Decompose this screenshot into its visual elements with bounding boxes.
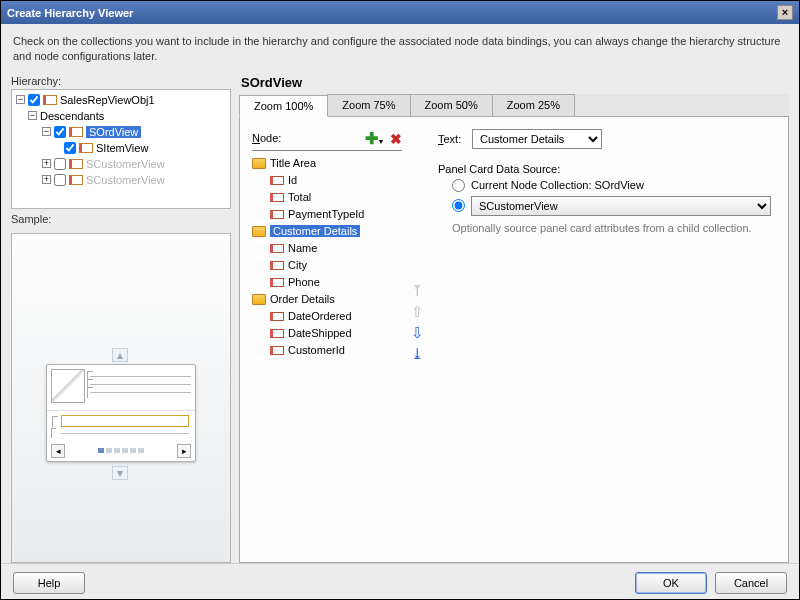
field[interactable]: Total <box>288 191 311 203</box>
field[interactable]: DateShipped <box>288 327 352 339</box>
tree-item-disabled: SCustomerView <box>86 158 165 170</box>
zoom-tabs: Zoom 100% Zoom 75% Zoom 50% Zoom 25% <box>239 94 789 117</box>
dropdown-icon[interactable]: ▾ <box>379 137 383 146</box>
tab-zoom-50[interactable]: Zoom 50% <box>410 94 493 116</box>
collapse-icon[interactable]: − <box>16 95 25 104</box>
check-scust[interactable] <box>54 158 66 170</box>
view-icon <box>43 95 57 105</box>
field[interactable]: Phone <box>288 276 320 288</box>
field-icon <box>270 329 284 338</box>
tab-zoom-100[interactable]: Zoom 100% <box>239 95 328 117</box>
view-icon <box>69 159 83 169</box>
field-icon <box>270 210 284 219</box>
tab-zoom-75[interactable]: Zoom 75% <box>327 94 410 116</box>
move-bottom-icon[interactable]: ⤓ <box>402 345 432 363</box>
cancel-button[interactable]: Cancel <box>715 572 787 594</box>
help-button[interactable]: Help <box>13 572 85 594</box>
hint-text: Optionally source panel card attributes … <box>452 222 776 234</box>
sample-label: Sample: <box>11 213 231 225</box>
check-scust2[interactable] <box>54 174 66 186</box>
collapse-icon[interactable]: − <box>42 127 51 136</box>
radio-child[interactable] <box>452 199 465 212</box>
view-icon <box>69 127 83 137</box>
field-icon <box>270 312 284 321</box>
instructions-text: Check on the collections you want to inc… <box>1 24 799 71</box>
field-icon <box>270 346 284 355</box>
next-icon[interactable]: ▸ <box>177 444 191 458</box>
tree-item-selected[interactable]: SOrdView <box>86 126 141 138</box>
field-icon <box>270 176 284 185</box>
folder-icon <box>252 294 266 305</box>
title-bar: Create Hierarchy Viewer × <box>1 1 799 24</box>
hierarchy-tree[interactable]: − SalesRepViewObj1 − Descendants − SOrdV… <box>11 89 231 209</box>
detail-title: SOrdView <box>239 71 789 94</box>
sample-card: ◂ ▸ <box>46 364 196 462</box>
add-icon[interactable]: ✚ <box>365 130 378 147</box>
field[interactable]: Name <box>288 242 317 254</box>
pager[interactable] <box>98 448 144 453</box>
group-selected[interactable]: Customer Details <box>270 225 360 237</box>
folder-icon <box>252 158 266 169</box>
field[interactable]: City <box>288 259 307 271</box>
tree-item-disabled: SCustomerView <box>86 174 165 186</box>
tree-item[interactable]: Descendants <box>40 110 104 122</box>
field[interactable]: PaymentTypeId <box>288 208 364 220</box>
move-top-icon[interactable]: ⤒ <box>402 282 432 300</box>
folder-icon <box>252 226 266 237</box>
field-icon <box>270 278 284 287</box>
thumbnail-icon <box>51 369 85 403</box>
field-icon <box>270 193 284 202</box>
tree-item[interactable]: SalesRepViewObj1 <box>60 94 155 106</box>
radio-current-label: Current Node Collection: SOrdView <box>471 179 644 191</box>
sample-preview: ▴ ◂ ▸ ▾ <box>11 233 231 563</box>
prev-icon[interactable]: ◂ <box>51 444 65 458</box>
field-icon <box>270 244 284 253</box>
child-collection-select[interactable]: SCustomerView <box>471 196 771 216</box>
check-root[interactable] <box>28 94 40 106</box>
expand-icon[interactable]: + <box>42 175 51 184</box>
chevron-down-icon[interactable]: ▾ <box>112 466 128 480</box>
dialog-title: Create Hierarchy Viewer <box>7 7 133 19</box>
text-select[interactable]: Customer Details <box>472 129 602 149</box>
chevron-up-icon[interactable]: ▴ <box>112 348 128 362</box>
check-sord[interactable] <box>54 126 66 138</box>
sample-field <box>61 415 189 427</box>
text-label: Text: <box>438 133 472 145</box>
radio-current[interactable] <box>452 179 465 192</box>
ok-button[interactable]: OK <box>635 572 707 594</box>
panel-label: Panel Card Data Source: <box>438 163 776 175</box>
view-icon <box>69 175 83 185</box>
check-sitem[interactable] <box>64 142 76 154</box>
tab-zoom-25[interactable]: Zoom 25% <box>492 94 575 116</box>
field[interactable]: Id <box>288 174 297 186</box>
group[interactable]: Title Area <box>270 157 316 169</box>
move-up-icon[interactable]: ⇧ <box>402 303 432 321</box>
group[interactable]: Order Details <box>270 293 335 305</box>
move-down-icon[interactable]: ⇩ <box>402 324 432 342</box>
collapse-icon[interactable]: − <box>28 111 37 120</box>
tree-item[interactable]: SItemView <box>96 142 148 154</box>
node-label: Node: <box>252 132 281 144</box>
expand-icon[interactable]: + <box>42 159 51 168</box>
view-icon <box>79 143 93 153</box>
hierarchy-label: Hierarchy: <box>11 75 231 87</box>
delete-icon[interactable]: ✖ <box>390 131 402 147</box>
field[interactable]: CustomerId <box>288 344 345 356</box>
field[interactable]: DateOrdered <box>288 310 352 322</box>
node-tree[interactable]: Title Area Id Total PaymentTypeId Custom… <box>252 155 402 359</box>
close-icon[interactable]: × <box>777 5 793 20</box>
field-icon <box>270 261 284 270</box>
